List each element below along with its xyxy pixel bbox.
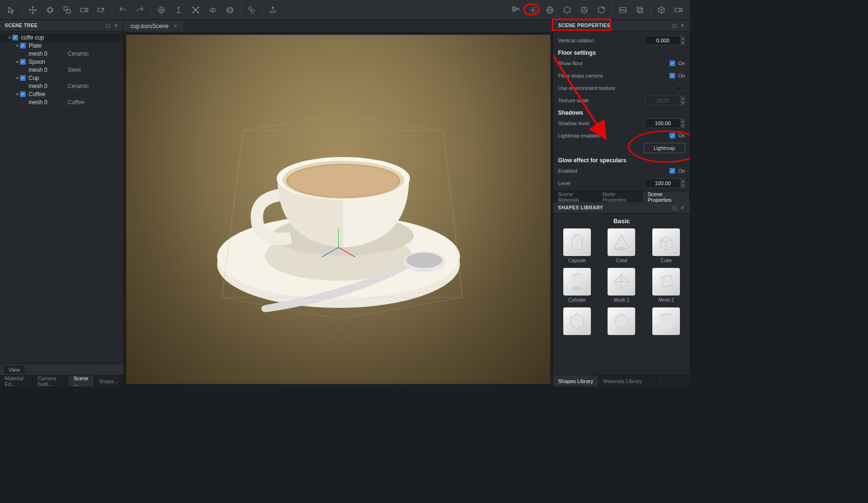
move-tool-icon[interactable]	[25, 2, 40, 18]
tab-camera-settings[interactable]: Camera Setti...	[33, 375, 69, 386]
tab-extra[interactable]	[647, 375, 657, 386]
shape-mesh2[interactable]: Mesh 2	[646, 268, 686, 303]
export-icon[interactable]	[265, 2, 280, 18]
floor-stops-camera-checkbox[interactable]: ✓	[669, 73, 675, 79]
viewport-tab-label: cup.koruScene	[130, 23, 169, 30]
camera-right-icon[interactable]	[671, 2, 686, 18]
tree-mesh-label[interactable]: mesh 0	[29, 99, 56, 106]
tab-material-editor[interactable]: Material Ed...	[0, 375, 33, 386]
scene-tree[interactable]: ▾ ✓ coffe cup ▾✓Plate mesh 0Ceramic ▾✓Sp…	[0, 31, 123, 364]
glow-enabled-checkbox[interactable]: ✓	[669, 168, 675, 174]
tree-arrow-icon[interactable]: ▾	[14, 59, 20, 64]
free-rotate-icon[interactable]	[222, 2, 238, 18]
svg-point-23	[603, 7, 604, 9]
vertical-rotation-input[interactable]	[645, 36, 681, 45]
target-icon[interactable]	[154, 2, 169, 18]
tree-arrow-icon[interactable]: ▾	[14, 43, 20, 48]
tab-node-properties[interactable]: Node Properties	[598, 191, 643, 202]
shape-capsule[interactable]: Capsule	[557, 228, 597, 263]
tree-mesh-label[interactable]: mesh 0	[29, 67, 56, 73]
tree-mesh-label[interactable]: mesh 0	[29, 83, 56, 89]
scene-tree-footer: View	[0, 364, 123, 375]
tab-materials-library[interactable]: Materials Library	[599, 375, 647, 386]
floor-stops-camera-label: Floor stops camera	[558, 73, 669, 79]
close-icon[interactable]: ✕	[173, 23, 177, 29]
tree-checkbox[interactable]: ✓	[20, 75, 26, 81]
glow-level-input[interactable]	[645, 178, 681, 188]
viewport-3d[interactable]	[126, 34, 551, 385]
viewport-tab[interactable]: cup.koruScene ✕	[124, 20, 184, 32]
spread-icon[interactable]	[188, 2, 203, 18]
tab-scene[interactable]: Scene ...	[69, 375, 94, 386]
tree-checkbox[interactable]: ✓	[20, 91, 26, 97]
tab-scene-properties[interactable]: Scene Properties	[643, 191, 690, 202]
orbit-icon[interactable]	[244, 2, 259, 18]
tree-node-label[interactable]: Coffee	[29, 91, 56, 98]
hex2-icon[interactable]	[577, 2, 592, 18]
tree-node-label[interactable]: Spoon	[29, 59, 56, 65]
shape-cylinder[interactable]: Cylinder	[557, 268, 597, 303]
cursor-tool-icon[interactable]	[4, 2, 19, 18]
image-icon[interactable]	[615, 2, 630, 18]
stack-icon[interactable]	[632, 2, 648, 18]
panel-close-icon[interactable]: ✕	[113, 23, 119, 29]
panel-max-icon[interactable]: ▢	[672, 23, 678, 29]
use-env-texture-checkbox[interactable]	[677, 85, 682, 91]
shape-extra2[interactable]	[602, 307, 642, 337]
panel-max-icon[interactable]: ▢	[105, 23, 111, 29]
shape-cube[interactable]: Cube	[646, 228, 686, 263]
spinner-icon[interactable]: ▲▼	[680, 178, 685, 188]
spinner-icon[interactable]: ▲▼	[680, 118, 685, 128]
panel-close-icon[interactable]: ✕	[679, 205, 685, 211]
panel-close-icon[interactable]: ✕	[679, 23, 685, 29]
tree-mesh-label[interactable]: mesh 0	[29, 50, 56, 57]
viewport-tab-bar: cup.koruScene ✕	[124, 20, 553, 32]
tree-root-label[interactable]: coffe cup	[21, 34, 49, 41]
redo-icon[interactable]	[132, 2, 148, 18]
shape-cone[interactable]: Cone	[602, 228, 642, 263]
tree-node-label[interactable]: Cup	[29, 75, 56, 81]
tree-node-label[interactable]: Plate	[29, 42, 56, 49]
tab-snaps[interactable]: Snaps...	[94, 375, 123, 386]
view-button[interactable]: View	[4, 366, 25, 374]
tree-arrow-icon[interactable]: ▾	[14, 76, 20, 80]
tree-material-label: Steel	[68, 67, 80, 73]
settings-icon[interactable]	[525, 2, 540, 18]
globe-icon[interactable]	[542, 2, 558, 18]
tree-checkbox[interactable]: ✓	[20, 43, 26, 49]
tree-arrow-icon[interactable]: ▾	[14, 92, 20, 97]
scale-tool-icon[interactable]	[60, 2, 75, 18]
lightmap-button[interactable]: Lightmap	[644, 143, 685, 153]
shapes-tab-bar: Shapes Library Materials Library	[553, 375, 690, 386]
texture-scale-label: Texture scale	[558, 98, 645, 103]
cube-icon[interactable]	[654, 2, 669, 18]
show-floor-checkbox[interactable]: ✓	[669, 60, 675, 66]
camera-tool-icon[interactable]	[77, 2, 92, 18]
hex1-icon[interactable]	[559, 2, 575, 18]
svg-rect-45	[571, 275, 583, 288]
tree-checkbox[interactable]: ✓	[12, 35, 18, 40]
tree-icon[interactable]	[508, 2, 523, 18]
lightmap-enabled-label: Lightmap enabled	[558, 133, 669, 138]
shape-extra1[interactable]	[557, 307, 597, 337]
spinner-icon[interactable]: ▲▼	[680, 36, 685, 45]
svg-rect-27	[675, 8, 680, 12]
tree-arrow-icon[interactable]: ▾	[7, 35, 12, 40]
svg-rect-4	[81, 8, 86, 12]
tree-checkbox[interactable]: ✓	[20, 59, 26, 65]
panel-max-icon[interactable]: ▢	[672, 205, 678, 211]
glow-header: Glow effect for speculars	[553, 154, 690, 165]
shadow-level-input[interactable]	[645, 118, 681, 128]
shape-extra3[interactable]	[646, 307, 686, 337]
lightmap-enabled-checkbox[interactable]: ✓	[669, 133, 675, 138]
tab-scene-materials[interactable]: Scene Materials	[553, 191, 598, 202]
svg-point-15	[227, 9, 233, 11]
tab-shapes-library[interactable]: Shapes Library	[553, 375, 599, 386]
undo-icon[interactable]	[115, 2, 130, 18]
add-camera-icon[interactable]	[94, 2, 109, 18]
hex-dot-icon[interactable]	[594, 2, 609, 18]
anchor-icon[interactable]	[171, 2, 186, 18]
shape-mesh1[interactable]: Mesh 1	[602, 268, 642, 303]
rotate-tool-icon[interactable]	[42, 2, 58, 18]
axis-rotate-icon[interactable]	[205, 2, 220, 18]
